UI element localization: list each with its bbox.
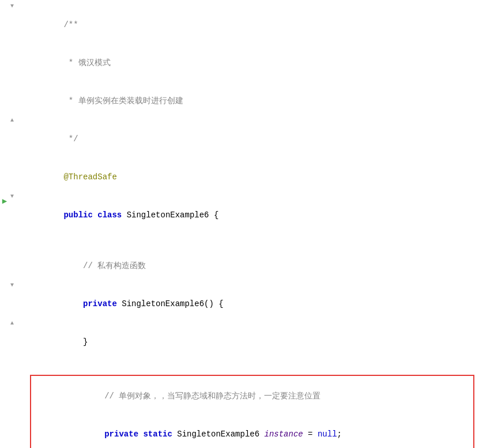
code-line: private static SingletonExample6 instanc… xyxy=(31,415,473,448)
comment-text: // 单例对象，，当写静态域和静态方法时，一定要注意位置 xyxy=(104,391,320,401)
code-content: * 单例实例在类装载时进行创建 xyxy=(30,82,467,120)
keyword: static xyxy=(143,430,172,439)
empty-line xyxy=(0,361,479,374)
code-content: /** xyxy=(30,6,467,44)
comment-text: // 私有构造函数 xyxy=(83,261,146,270)
code-line: @ThreadSafe xyxy=(0,158,479,196)
fold-icon[interactable]: ▼ xyxy=(10,282,14,288)
code-content: } xyxy=(30,323,467,361)
code-line: ▲ */ xyxy=(0,120,479,158)
code-line: ▼ /** xyxy=(0,6,479,44)
code-line: // 私有构造函数 xyxy=(0,247,479,285)
code-content: * 饿汉模式 xyxy=(30,44,467,82)
code-text: SingletonExample6() { xyxy=(117,299,224,308)
code-text: SingletonExample6 { xyxy=(122,210,218,220)
code-editor: ▼ /** * 饿汉模式 * 单例实例在类装载时进行创建 ▲ */ xyxy=(0,0,479,448)
highlighted-block: // 单例对象，，当写静态域和静态方法时，一定要注意位置 private sta… xyxy=(30,375,474,448)
code-line: ▲ } xyxy=(0,323,479,361)
code-text: } xyxy=(63,337,88,347)
code-content: // 私有构造函数 xyxy=(30,247,467,285)
code-content: public class SingletonExample6 { xyxy=(30,196,467,234)
code-line: * 饿汉模式 xyxy=(0,44,479,82)
null-keyword: null xyxy=(318,430,337,439)
code-text: ; xyxy=(337,430,342,439)
comment-text: * 饿汉模式 xyxy=(63,58,110,67)
code-line: * 单例实例在类装载时进行创建 xyxy=(0,82,479,120)
fold-icon[interactable]: ▲ xyxy=(10,320,14,326)
keyword: class xyxy=(97,210,122,220)
code-content: */ xyxy=(30,120,467,158)
keyword: private xyxy=(83,299,117,308)
comment-text: /** xyxy=(63,20,78,29)
code-content: // 单例对象，，当写静态域和静态方法时，一定要注意位置 xyxy=(61,377,462,415)
code-text: SingletonExample6 xyxy=(172,430,265,439)
variable-instance: instance xyxy=(265,430,303,439)
code-line: ▼ private SingletonExample6() { xyxy=(0,285,479,323)
code-text: = xyxy=(303,430,318,439)
code-text xyxy=(93,210,97,220)
fold-icon[interactable]: ▼ xyxy=(10,193,14,199)
code-content: @ThreadSafe xyxy=(30,158,467,196)
empty-line xyxy=(0,234,479,247)
code-line: ▶ ▼ public class SingletonExample6 { xyxy=(0,196,479,234)
code-text xyxy=(63,299,83,308)
code-line: // 单例对象，，当写静态域和静态方法时，一定要注意位置 xyxy=(31,377,473,415)
keyword: public xyxy=(63,210,92,220)
fold-icon[interactable]: ▼ xyxy=(10,3,14,9)
annotation-text: @ThreadSafe xyxy=(63,172,116,182)
code-content xyxy=(30,234,467,247)
run-arrow-icon[interactable]: ▶ xyxy=(2,196,7,206)
run-button[interactable]: ▶ xyxy=(0,196,9,206)
comment-text: */ xyxy=(63,134,78,144)
comment-text: * 单例实例在类装载时进行创建 xyxy=(63,96,183,106)
code-text xyxy=(63,261,83,270)
keyword: private xyxy=(104,430,138,439)
code-content: private SingletonExample6() { xyxy=(30,285,467,323)
code-content xyxy=(30,361,467,374)
code-content: private static SingletonExample6 instanc… xyxy=(61,415,462,448)
fold-icon[interactable]: ▲ xyxy=(10,117,14,123)
